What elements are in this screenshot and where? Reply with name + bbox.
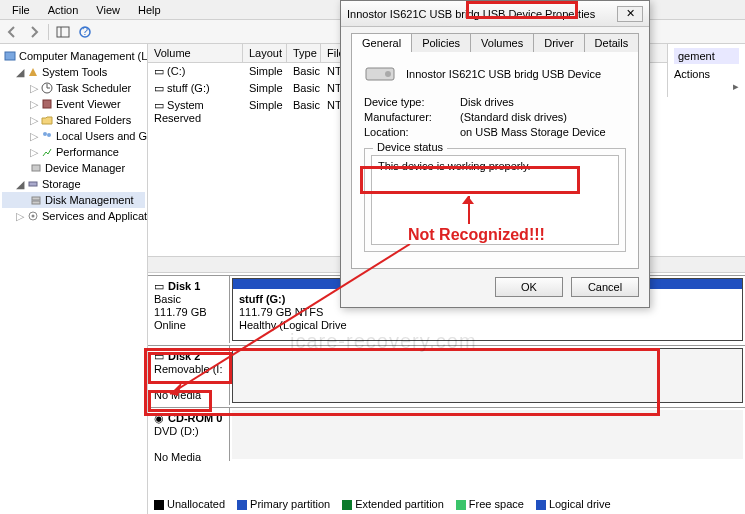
col-type[interactable]: Type [287,44,321,62]
ok-button[interactable]: OK [495,277,563,297]
disk2-label: ▭Disk 2 Removable (I: No Media [148,346,230,405]
col-volume[interactable]: Volume [148,44,243,62]
tree-root[interactable]: Computer Management (Local [2,48,145,64]
device-properties-dialog: Innostor IS621C USB bridg USB Device Pro… [340,0,650,308]
manufacturer: (Standard disk drives) [460,111,567,123]
disk2-partition[interactable] [232,348,743,403]
show-hide-icon[interactable] [55,24,71,40]
svg-point-10 [47,133,51,137]
disk-drive-icon [364,62,396,86]
tree-task-scheduler[interactable]: ▷Task Scheduler [2,80,145,96]
svg-text:?: ? [82,26,88,37]
disk-row-2[interactable]: ▭Disk 2 Removable (I: No Media [148,345,745,405]
tab-general[interactable]: General [351,33,412,52]
tree-performance[interactable]: ▷Performance [2,144,145,160]
disk1-label: ▭Disk 1 Basic 111.79 GB Online [148,276,230,343]
forward-icon[interactable] [26,24,42,40]
tree-local-users[interactable]: ▷Local Users and Groups [2,128,145,144]
actions-header: gement [674,48,739,64]
cdrom-label: ◉CD-ROM 0 DVD (D:) No Media [148,408,230,461]
svg-rect-12 [29,182,37,186]
cancel-button[interactable]: Cancel [571,277,639,297]
menu-help[interactable]: Help [130,2,169,18]
actions-pane: gement Actions ▸ [667,44,745,97]
close-icon[interactable]: ✕ [617,6,643,22]
cdrom-partition[interactable] [232,410,743,459]
tree-disk-management[interactable]: Disk Management [2,192,145,208]
device-type: Disk drives [460,96,514,108]
disk-row-cd[interactable]: ◉CD-ROM 0 DVD (D:) No Media [148,407,745,461]
svg-rect-14 [32,201,40,204]
tree-event-viewer[interactable]: ▷Event Viewer [2,96,145,112]
tab-volumes[interactable]: Volumes [470,33,534,52]
disk-map: ▭Disk 1 Basic 111.79 GB Online stuff (G:… [148,273,745,514]
menu-view[interactable]: View [88,2,128,18]
svg-rect-11 [32,165,40,171]
help-icon[interactable]: ? [77,24,93,40]
svg-rect-13 [32,197,40,200]
dialog-tabs: General Policies Volumes Driver Details [351,33,639,52]
tree-services[interactable]: ▷Services and Applications [2,208,145,224]
tab-policies[interactable]: Policies [411,33,471,52]
tab-driver[interactable]: Driver [533,33,584,52]
location: on USB Mass Storage Device [460,126,606,138]
legend: Unallocated Primary partition Extended p… [150,496,615,512]
watermark: icare-recovery.com [290,330,477,353]
nav-tree[interactable]: Computer Management (Local ◢System Tools… [0,44,148,514]
chevron-right-icon[interactable]: ▸ [733,80,739,93]
actions-item[interactable]: Actions [674,68,739,80]
tree-system-tools[interactable]: ◢System Tools [2,64,145,80]
svg-rect-4 [5,52,15,60]
svg-rect-8 [43,100,51,108]
menu-file[interactable]: File [4,2,38,18]
tree-device-manager[interactable]: Device Manager [2,160,145,176]
device-name: Innostor IS621C USB bridg USB Device [406,68,601,80]
menu-action[interactable]: Action [40,2,87,18]
tree-shared-folders[interactable]: ▷Shared Folders [2,112,145,128]
col-layout[interactable]: Layout [243,44,287,62]
back-icon[interactable] [4,24,20,40]
tab-details[interactable]: Details [584,33,640,52]
svg-rect-0 [57,27,69,37]
svg-point-16 [32,215,35,218]
svg-point-18 [385,71,391,77]
annotation-text: Not Recognized!!! [408,226,545,244]
tree-storage[interactable]: ◢Storage [2,176,145,192]
dialog-titlebar[interactable]: Innostor IS621C USB bridg USB Device Pro… [341,1,649,27]
svg-point-9 [43,132,47,136]
